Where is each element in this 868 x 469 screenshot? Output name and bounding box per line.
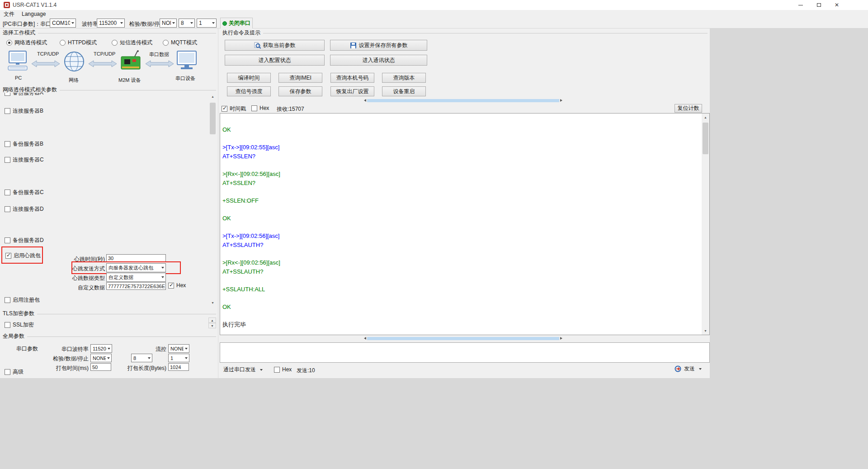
tls-scroll-down-button[interactable]: ▼ bbox=[208, 323, 216, 328]
scroll-down-arrow[interactable]: ▼ bbox=[702, 327, 709, 335]
flow-control-select[interactable]: NONE bbox=[168, 344, 189, 353]
heartbeat-time-input[interactable]: 30 bbox=[106, 254, 166, 262]
parity-select[interactable]: NONI bbox=[160, 19, 177, 28]
minimize-button[interactable] bbox=[793, 0, 809, 10]
send-input[interactable] bbox=[220, 342, 710, 363]
checkbox-backup-server-d[interactable]: 备份服务器D bbox=[5, 237, 44, 244]
chevron-down-icon bbox=[161, 267, 164, 269]
pack-time-label: 打包时间(ms) bbox=[48, 365, 89, 372]
checkbox-label: 备份服务器B bbox=[13, 140, 43, 148]
radio-mode-net-transparent[interactable]: 网络透传模式 bbox=[6, 39, 47, 47]
checkbox-connect-server-d[interactable]: 连接服务器D bbox=[5, 205, 44, 213]
pack-length-input[interactable]: 1024 bbox=[168, 363, 189, 371]
serial-device-monitor-icon bbox=[176, 50, 197, 72]
query-signal-button[interactable]: 查信号强度 bbox=[227, 86, 271, 96]
checkbox-custom-data-hex[interactable]: Hex bbox=[168, 282, 186, 289]
get-current-params-button[interactable]: 获取当前参数 bbox=[225, 40, 325, 51]
save-params-button[interactable]: 保存参数 bbox=[278, 86, 322, 96]
checkbox-recv-hex[interactable]: Hex bbox=[251, 105, 269, 111]
enter-comm-state-button[interactable]: 进入通讯状态 bbox=[330, 55, 427, 66]
com-port-select[interactable]: COM10 bbox=[50, 19, 76, 28]
radio-icon bbox=[6, 40, 12, 46]
stopbits-select[interactable]: 1 bbox=[197, 19, 217, 28]
query-imei-button[interactable]: 查询IMEI bbox=[278, 73, 322, 83]
log-line: AT+SSLAUTH? bbox=[222, 267, 699, 276]
databits-select[interactable]: 8 bbox=[179, 19, 195, 28]
button-label: 编译时间 bbox=[238, 74, 260, 82]
close-button[interactable]: ✕ bbox=[829, 0, 845, 10]
checkbox-backup-server-b[interactable]: 备份服务器B bbox=[5, 140, 43, 148]
query-version-button[interactable]: 查询版本 bbox=[382, 73, 426, 83]
factory-reset-button[interactable]: 恢复出厂设置 bbox=[330, 86, 374, 96]
maximize-button[interactable] bbox=[811, 0, 827, 10]
enter-config-state-button[interactable]: 进入配置状态 bbox=[225, 55, 325, 66]
pack-time-input[interactable]: 50 bbox=[90, 363, 111, 371]
scroll-thumb[interactable] bbox=[210, 103, 216, 134]
chevron-down-icon bbox=[172, 22, 175, 24]
reset-count-button[interactable]: 复位计数 bbox=[675, 104, 702, 113]
radio-mode-httpd[interactable]: HTTPD模式 bbox=[60, 39, 97, 47]
scroll-thumb[interactable] bbox=[703, 123, 708, 154]
heartbeat-type-value: 自定义数据 bbox=[108, 274, 160, 281]
m2m-device-icon bbox=[119, 50, 142, 72]
log-output-area[interactable]: OK >[Tx->][09:02:55][asc] AT+SSLEN? >[Rx… bbox=[220, 113, 710, 335]
splitter-grip[interactable] bbox=[367, 337, 559, 340]
checkbox-label: 时间戳 bbox=[230, 105, 246, 113]
m2m-label: M2M 设备 bbox=[118, 77, 141, 84]
menu-item-file[interactable]: 文件 bbox=[0, 10, 18, 18]
checkbox-backup-server-a[interactable]: 备份服务器A bbox=[5, 93, 43, 97]
checkbox-connect-server-b[interactable]: 连接服务器B bbox=[5, 107, 43, 115]
tls-scroll-up-button[interactable]: ▲ bbox=[208, 317, 216, 323]
checkbox-label: Hex bbox=[259, 105, 269, 111]
query-phone-number-button[interactable]: 查询本机号码 bbox=[330, 73, 374, 83]
set-save-all-params-button[interactable]: 设置并保存所有参数 bbox=[330, 40, 427, 51]
global-baud-select[interactable]: 115200 bbox=[90, 344, 112, 353]
splitter-top[interactable] bbox=[220, 99, 710, 103]
device-restart-button[interactable]: 设备重启 bbox=[382, 86, 426, 96]
net-params-scroll-area[interactable]: 备份服务器A 连接服务器B 备份服务器B 连接服务器C 备份服务器C 连接服务器… bbox=[0, 93, 209, 307]
checkbox-ssl-encrypt[interactable]: SSL加密 bbox=[5, 321, 34, 329]
serial-data-label: 串口数据 bbox=[149, 51, 169, 58]
flow-control-value: NONE bbox=[170, 346, 184, 351]
scroll-up-arrow[interactable]: ▲ bbox=[209, 93, 217, 100]
close-serial-port-button[interactable]: 关闭串口 bbox=[220, 18, 253, 29]
heartbeat-mode-select[interactable]: 向服务器发送心跳包 bbox=[106, 263, 166, 272]
scroll-down-arrow[interactable]: ▼ bbox=[209, 299, 217, 307]
checkbox-advanced[interactable]: 高级 bbox=[5, 368, 24, 376]
checkbox-enable-register-packet[interactable]: 启用注册包 bbox=[5, 296, 40, 304]
log-line: AT+SSLAUTH? bbox=[222, 241, 699, 250]
chevron-down-icon bbox=[71, 22, 74, 24]
checkbox-timestamp[interactable]: 时间戳 bbox=[222, 105, 246, 113]
magnifier-icon bbox=[254, 42, 261, 49]
net-params-scrollbar[interactable]: ▲ ▼ bbox=[209, 93, 217, 307]
checkbox-enable-heartbeat[interactable]: 启用心跳包 bbox=[5, 252, 41, 260]
log-scrollbar[interactable]: ▲ ▼ bbox=[702, 114, 709, 335]
pc-label: PC bbox=[15, 75, 22, 81]
menu-bar: 文件 Language bbox=[0, 10, 868, 18]
heartbeat-type-select[interactable]: 自定义数据 bbox=[106, 273, 166, 282]
radio-mode-mqtt[interactable]: MQTT模式 bbox=[163, 39, 197, 47]
scroll-up-arrow[interactable]: ▲ bbox=[702, 114, 709, 121]
window-title: USR-CAT1 V1.1.4 bbox=[13, 2, 57, 8]
radio-mode-sms[interactable]: 短信透传模式 bbox=[112, 39, 152, 47]
global-stopbits-select[interactable]: 1 bbox=[168, 354, 189, 362]
compile-time-button[interactable]: 编译时间 bbox=[227, 73, 271, 83]
checkbox-connect-server-c[interactable]: 连接服务器C bbox=[5, 156, 44, 164]
button-label: 查信号强度 bbox=[236, 88, 263, 95]
send-button[interactable]: 发送 bbox=[675, 365, 702, 373]
close-port-label: 关闭串口 bbox=[229, 19, 250, 27]
menu-item-language[interactable]: Language bbox=[18, 10, 49, 18]
splitter-grip[interactable] bbox=[367, 99, 559, 102]
checkbox-label: 备份服务器D bbox=[13, 237, 44, 244]
checkbox-send-hex[interactable]: Hex bbox=[274, 366, 292, 373]
checkbox-backup-server-c[interactable]: 备份服务器C bbox=[5, 189, 44, 196]
global-databits-select[interactable]: 8 bbox=[131, 354, 152, 362]
button-label: 进入配置状态 bbox=[259, 57, 291, 64]
splitter-bottom[interactable] bbox=[220, 336, 710, 341]
send-via-serial-button[interactable]: 通过串口发送 bbox=[223, 366, 263, 374]
baud-select[interactable]: 115200 bbox=[97, 19, 125, 28]
pack-length-value: 1024 bbox=[170, 365, 181, 370]
log-line bbox=[222, 134, 699, 143]
global-parity-select[interactable]: NONE bbox=[90, 354, 112, 362]
custom-data-input[interactable]: 7777772E7573722E636E bbox=[106, 282, 166, 290]
